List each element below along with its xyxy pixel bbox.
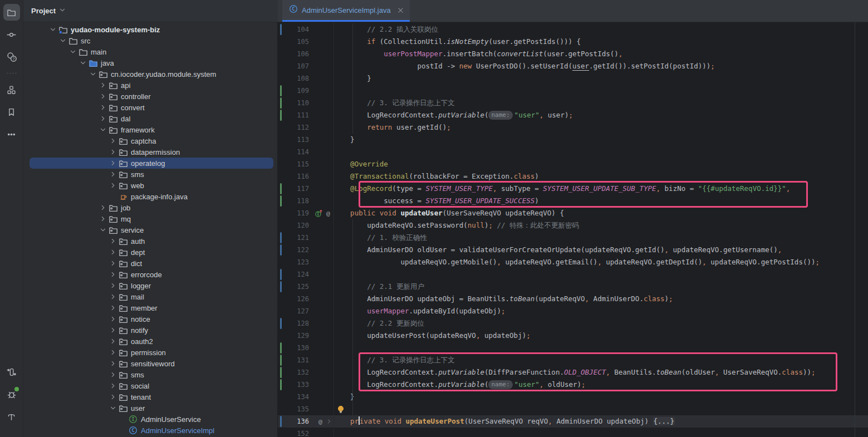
vcs-added-marker[interactable] [280, 110, 282, 121]
gutter[interactable]: 134 [278, 391, 334, 403]
tree-item-job[interactable]: job [30, 202, 273, 213]
chevron-right-icon[interactable] [108, 248, 117, 257]
gutter[interactable]: 135 [278, 403, 334, 415]
tree-item-main[interactable]: main [30, 46, 273, 57]
folded-region[interactable]: {...} [653, 417, 675, 425]
gutter[interactable]: 107 [278, 60, 334, 72]
gutter[interactable]: 117 [278, 183, 334, 195]
tree-item-sms[interactable]: sms [30, 169, 273, 180]
bookmarks-tool-button[interactable] [3, 104, 20, 120]
gutter[interactable]: 152 [278, 428, 334, 437]
vcs-added-marker[interactable] [280, 195, 282, 207]
gutter[interactable]: 129 [278, 330, 334, 342]
chevron-right-icon[interactable] [98, 114, 107, 123]
chevron-right-icon[interactable] [108, 170, 117, 179]
tree-item-framework[interactable]: framework [30, 124, 273, 135]
gutter[interactable]: 120 [278, 219, 334, 232]
vcs-modified-marker[interactable] [280, 318, 282, 329]
at-icon[interactable]: @ [324, 209, 332, 218]
gutter[interactable]: 121 [278, 232, 334, 244]
chevron-down-icon[interactable] [68, 47, 77, 56]
chevron-right-icon[interactable] [98, 203, 107, 212]
vcs-modified-marker[interactable] [280, 269, 282, 280]
chevron-right-icon[interactable] [108, 259, 117, 268]
tree-item-controller[interactable]: controller [30, 91, 273, 102]
tree-item-captcha[interactable]: captcha [30, 135, 273, 146]
project-tool-button[interactable] [3, 4, 20, 21]
tree-item-errorcode[interactable]: errorcode [30, 269, 273, 280]
gutter[interactable]: 118 [278, 195, 334, 207]
vcs-added-marker[interactable] [280, 183, 282, 194]
gutter[interactable]: 131 [278, 354, 334, 366]
debug-tool-button[interactable] [3, 386, 20, 402]
gutter[interactable]: 108 [278, 72, 334, 85]
vcs-added-marker[interactable] [280, 97, 282, 109]
gutter[interactable]: 115 [278, 158, 334, 170]
tree-item-mq[interactable]: mq [30, 213, 273, 224]
chevron-down-icon[interactable] [58, 36, 67, 45]
tree-item-convert[interactable]: convert [30, 102, 273, 113]
gutter[interactable]: 105 [278, 36, 334, 48]
structure-tool-button[interactable] [3, 81, 20, 98]
tree-item-notify[interactable]: notify [30, 325, 273, 336]
vcs-modified-marker[interactable] [280, 281, 282, 292]
chevron-right-icon[interactable] [108, 181, 117, 190]
gutter[interactable]: 132 [278, 366, 334, 379]
chevron-right-icon[interactable] [108, 337, 117, 346]
chevron-down-icon[interactable] [78, 58, 87, 67]
chevron-right-icon[interactable] [108, 370, 117, 379]
tree-item-service[interactable]: service [30, 224, 273, 235]
tree-item-tenant[interactable]: tenant [30, 391, 273, 402]
chevron-right-icon[interactable] [108, 281, 117, 290]
chevron-right-icon[interactable] [108, 359, 117, 368]
tab-adminuserserviceimpl[interactable]: C AdminUserServiceImpl.java [282, 0, 410, 22]
tree-item-sms[interactable]: sms [30, 369, 273, 380]
chevron-right-icon[interactable] [108, 237, 117, 245]
vcs-added-marker[interactable] [280, 367, 282, 378]
chevron-down-icon[interactable] [98, 125, 107, 134]
gutter[interactable]: 126 [278, 293, 334, 305]
tree-item-mail[interactable]: mail [30, 291, 273, 302]
tree-item-web[interactable]: web [30, 180, 273, 191]
tree-item-cn-iocoder-yudao-module-system[interactable]: cn.iocoder.yudao.module.system [30, 68, 273, 80]
tree-item-sensitiveword[interactable]: sensitiveword [30, 358, 273, 369]
gutter[interactable]: 111 [278, 109, 334, 121]
tree-item-dict[interactable]: dict [30, 258, 273, 269]
chevron-right-icon[interactable] [108, 292, 117, 301]
at-icon[interactable]: @ [316, 418, 325, 426]
tree-item-member[interactable]: member [30, 302, 273, 313]
vcs-modified-marker[interactable] [280, 244, 282, 256]
vcs-modified-marker[interactable] [280, 416, 282, 427]
gutter[interactable]: 110 [278, 97, 334, 109]
gutter[interactable]: 119I@ [278, 207, 334, 219]
chevron-down-icon[interactable] [48, 25, 57, 34]
vcs-modified-marker[interactable] [280, 24, 282, 35]
chevron-down-icon[interactable] [108, 404, 117, 413]
gutter[interactable]: 109 [278, 85, 334, 97]
gutter[interactable]: 104 [278, 23, 334, 36]
chevron-right-icon[interactable] [108, 159, 117, 168]
code-editor[interactable]: 104 // 2.2 插入关联岗位105 if (CollectionUtil.… [278, 22, 868, 437]
override-icon[interactable]: I [315, 209, 323, 218]
tree-item-permission[interactable]: permission [30, 347, 273, 358]
chevron-right-icon[interactable] [108, 326, 117, 335]
chevron-right-icon[interactable] [108, 381, 117, 390]
vcs-modified-marker[interactable] [280, 232, 282, 243]
more-tools-button[interactable] [3, 126, 20, 143]
project-panel-header[interactable]: Project [23, 0, 278, 22]
gutter[interactable]: 128 [278, 317, 334, 330]
tree-item-operatelog[interactable]: operatelog [30, 158, 273, 169]
chevron-right-icon[interactable] [98, 81, 107, 90]
tree-item-notice[interactable]: notice [30, 313, 273, 325]
pull-requests-tool-button[interactable]: ? [3, 48, 20, 65]
tree-item-api[interactable]: api [30, 80, 273, 91]
vcs-added-marker[interactable] [280, 342, 282, 353]
gutter[interactable]: 136@ [278, 415, 334, 428]
tree-item-adminuserserviceimpl[interactable]: CAdminUserServiceImpl [30, 425, 273, 436]
chevron-right-icon[interactable] [108, 148, 117, 156]
chevron-down-icon[interactable] [88, 70, 97, 78]
tree-item-dept[interactable]: dept [30, 247, 273, 258]
io-tool-button[interactable] [3, 364, 20, 380]
tree-item-java[interactable]: java [30, 57, 273, 68]
tree-item-auth[interactable]: auth [30, 235, 273, 247]
